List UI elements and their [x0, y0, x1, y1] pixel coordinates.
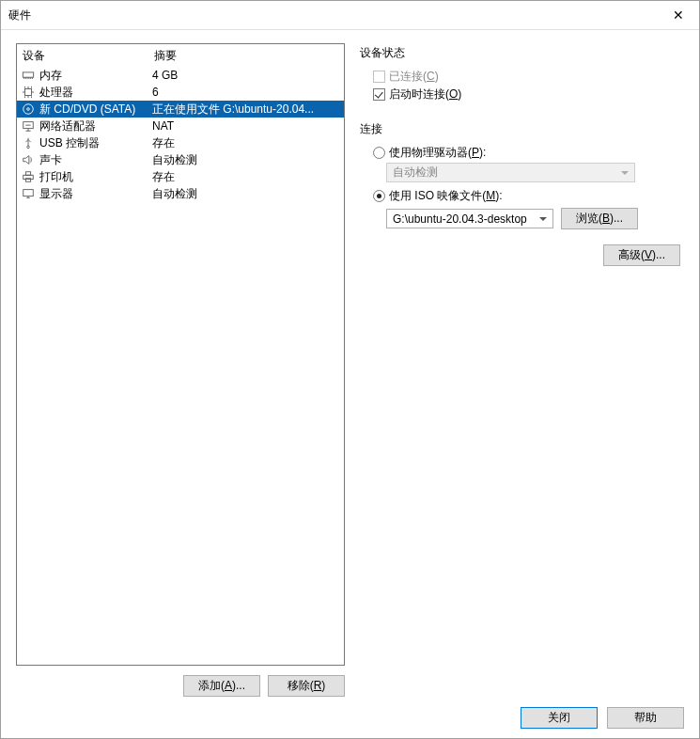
- device-detail-panel: 设备状态 已连接(C) 启动时连接(O) 连接: [360, 43, 684, 697]
- dialog-title: 硬件: [8, 8, 665, 24]
- dialog-footer: 关闭 帮助: [1, 697, 699, 738]
- network-icon: [21, 118, 36, 134]
- advanced-button[interactable]: 高级(V)...: [603, 244, 680, 266]
- svg-point-5: [27, 146, 30, 149]
- column-header-summary: 摘要: [154, 48, 338, 64]
- hardware-list-panel: 设备 摘要 内存4 GB处理器6新 CD/DVD (SATA)正在使用文件 G:…: [16, 43, 345, 697]
- remove-button[interactable]: 移除(R): [268, 675, 345, 697]
- hardware-rows: 内存4 GB处理器6新 CD/DVD (SATA)正在使用文件 G:\ubunt…: [17, 67, 344, 202]
- physical-drive-select: 自动检测: [386, 163, 635, 182]
- physical-drive-label: 使用物理驱动器(P):: [389, 145, 486, 161]
- device-label: 显示器: [39, 186, 152, 202]
- physical-drive-radio[interactable]: [373, 147, 385, 159]
- device-label: 打印机: [39, 169, 152, 185]
- column-header-device: 设备: [23, 48, 154, 64]
- iso-path-select[interactable]: G:\ubuntu-20.04.3-desktop: [386, 209, 553, 228]
- titlebar: 硬件 ✕: [1, 1, 699, 30]
- device-label: 处理器: [39, 85, 152, 101]
- cpu-icon: [21, 85, 36, 100]
- device-label: 内存: [39, 68, 152, 84]
- hardware-row-printer[interactable]: 打印机存在: [17, 168, 344, 185]
- svg-rect-9: [23, 190, 34, 197]
- iso-file-radio[interactable]: [373, 190, 385, 202]
- device-summary: NAT: [152, 119, 340, 133]
- device-status-group: 已连接(C) 启动时连接(O): [360, 67, 680, 104]
- disc-icon: [21, 102, 36, 117]
- sound-icon: [21, 152, 36, 167]
- hardware-dialog: 硬件 ✕ 设备 摘要 内存4 GB处理器6新 CD/DVD (SATA)正在使用…: [0, 0, 700, 739]
- svg-point-2: [23, 104, 34, 115]
- close-button[interactable]: 关闭: [521, 707, 598, 729]
- svg-rect-0: [23, 72, 33, 77]
- connected-checkbox: [373, 71, 385, 83]
- connect-on-start-label: 启动时连接(O): [389, 86, 461, 102]
- hardware-list: 设备 摘要 内存4 GB处理器6新 CD/DVD (SATA)正在使用文件 G:…: [16, 43, 345, 666]
- device-summary: 自动检测: [152, 152, 340, 168]
- connection-group: 使用物理驱动器(P): 自动检测 使用 ISO 映像文件(M):: [360, 143, 680, 229]
- browse-button[interactable]: 浏览(B)...: [561, 208, 638, 229]
- hardware-row-cpu[interactable]: 处理器6: [17, 84, 344, 101]
- device-label: 声卡: [39, 152, 152, 168]
- hardware-row-sound[interactable]: 声卡自动检测: [17, 151, 344, 168]
- device-summary: 存在: [152, 135, 340, 151]
- device-label: 网络适配器: [39, 118, 152, 134]
- connect-on-start-checkbox[interactable]: [373, 88, 385, 101]
- close-icon[interactable]: ✕: [665, 8, 692, 23]
- hardware-row-usb[interactable]: USB 控制器存在: [17, 134, 344, 151]
- display-icon: [21, 186, 36, 201]
- hardware-row-memory[interactable]: 内存4 GB: [17, 67, 344, 84]
- printer-icon: [21, 169, 36, 184]
- connection-title: 连接: [360, 121, 680, 137]
- device-summary: 存在: [152, 169, 340, 185]
- iso-file-label: 使用 ISO 映像文件(M):: [389, 188, 503, 204]
- hardware-row-display[interactable]: 显示器自动检测: [17, 185, 344, 202]
- svg-rect-7: [25, 172, 30, 176]
- device-summary: 自动检测: [152, 186, 340, 202]
- device-summary: 6: [152, 86, 340, 99]
- svg-point-3: [27, 108, 30, 111]
- device-label: USB 控制器: [39, 135, 152, 151]
- device-summary: 4 GB: [152, 69, 340, 82]
- device-status-title: 设备状态: [360, 45, 680, 61]
- dialog-body: 设备 摘要 内存4 GB处理器6新 CD/DVD (SATA)正在使用文件 G:…: [1, 30, 699, 697]
- connected-label: 已连接(C): [389, 69, 439, 85]
- device-summary: 正在使用文件 G:\ubuntu-20.04...: [152, 102, 340, 118]
- hardware-row-network[interactable]: 网络适配器NAT: [17, 118, 344, 134]
- hardware-buttons-row: 添加(A)... 移除(R): [16, 666, 345, 697]
- hardware-list-header: 设备 摘要: [17, 44, 344, 67]
- help-button[interactable]: 帮助: [607, 707, 684, 729]
- hardware-row-cdrom[interactable]: 新 CD/DVD (SATA)正在使用文件 G:\ubuntu-20.04...: [17, 101, 344, 118]
- device-label: 新 CD/DVD (SATA): [39, 102, 152, 118]
- usb-icon: [21, 135, 36, 150]
- add-button[interactable]: 添加(A)...: [183, 675, 260, 697]
- svg-rect-1: [25, 89, 32, 96]
- memory-icon: [21, 68, 36, 83]
